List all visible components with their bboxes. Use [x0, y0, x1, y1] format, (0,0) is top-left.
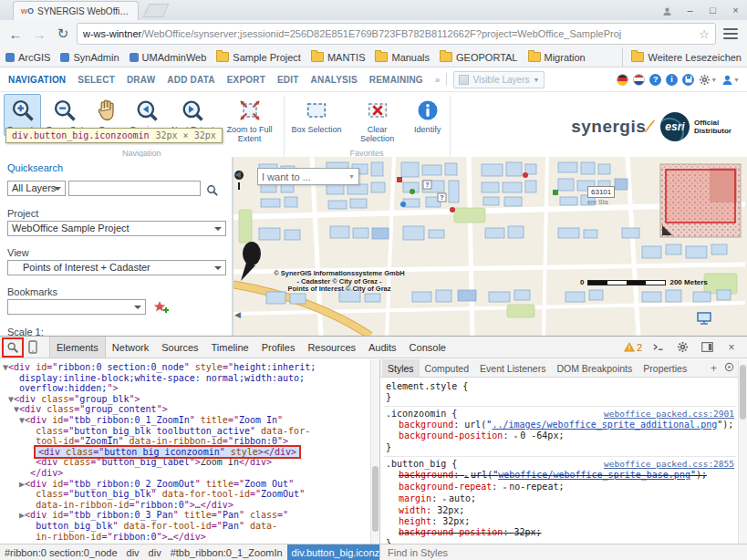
elements-scrollbar[interactable] — [370, 359, 379, 544]
ribbon-tab-analysis[interactable]: ANALYSIS — [311, 75, 358, 85]
devtools-tab-audits[interactable]: Audits — [362, 337, 403, 358]
css-rule[interactable]: element.style {} — [384, 379, 736, 407]
styles-tab-styles[interactable]: Styles — [382, 359, 420, 377]
ribbon-tab-remaining[interactable]: REMAINING — [369, 75, 423, 85]
dom-tree-line[interactable]: ▶<div id="tbb_ribbon:0_3_Pan" title="Pan… — [3, 510, 370, 521]
dom-tree-line[interactable]: class="button_big_blk" data-for-tool-id=… — [3, 489, 370, 500]
styles-scrollbar[interactable] — [738, 359, 747, 544]
devtools-tab-network[interactable]: Network — [106, 337, 155, 358]
box-selection-button[interactable]: Box Selection — [288, 94, 346, 136]
find-in-styles-input[interactable] — [386, 546, 732, 559]
css-url-link[interactable]: weboffice/weboffice_sprite_base.png — [498, 470, 690, 480]
device-mode-icon[interactable] — [24, 339, 42, 356]
styles-tab-computed[interactable]: Computed — [420, 359, 474, 377]
css-rule[interactable]: weboffice_packed.css:2855.button_big {ba… — [384, 457, 736, 544]
reload-button[interactable]: ↻ — [53, 26, 73, 42]
styles-tab-properties[interactable]: Properties — [638, 359, 692, 377]
screen-size-icon[interactable] — [697, 312, 711, 328]
devtools-tab-profiles[interactable]: Profiles — [255, 337, 302, 358]
toggle-element-state-icon[interactable] — [724, 362, 734, 375]
expander-icon[interactable]: ▸ — [514, 432, 518, 441]
bookmarks-select[interactable] — [7, 299, 146, 315]
css-property[interactable]: background-position: ▸0 -64px; — [386, 430, 734, 442]
styles-tab-dom-breakpoints[interactable]: DOM Breakpoints — [551, 359, 638, 377]
dom-tree-line[interactable]: </div> — [3, 468, 370, 479]
add-bookmark-icon[interactable] — [153, 300, 170, 315]
new-tab-button[interactable] — [143, 4, 170, 17]
map-canvas[interactable]: ? ? — [233, 157, 747, 336]
dom-tree-line[interactable]: <div class="button_big_label">Zoom In</d… — [3, 457, 370, 468]
project-select[interactable]: WebOffice Sample Project — [7, 221, 226, 236]
profile-icon[interactable] — [656, 0, 679, 20]
css-source-link[interactable]: weboffice_packed.css:2901 — [604, 409, 734, 420]
dom-tree-line[interactable]: ▼<div class="group_blk"> — [3, 394, 370, 405]
sidebar-collapse-arrow[interactable]: ◀ — [234, 170, 241, 179]
ribbon-tab-draw[interactable]: DRAW — [127, 75, 155, 85]
bookmark-star-icon[interactable]: ☆ — [699, 27, 710, 41]
breadcrumb-item[interactable]: div — [122, 544, 144, 560]
dom-tree-line[interactable]: data-in-ribbon-id="ribbon:0">…</div> — [3, 500, 370, 511]
inspect-element-icon[interactable] — [4, 339, 22, 356]
ribbon-tab-export[interactable]: EXPORT — [227, 75, 265, 85]
dom-tree-line[interactable]: ▼<div class="group_content"> — [3, 404, 370, 415]
i-want-to-search[interactable]: I want to ... ▼ — [257, 168, 359, 185]
dom-tree-line[interactable]: display:inline-block;white-space: normal… — [3, 373, 370, 384]
css-rule[interactable]: weboffice_packed.css:2901.iconzoomin {ba… — [384, 407, 736, 457]
breadcrumb-item[interactable]: #tbb_ribbon:0_1_ZoomIn — [166, 544, 287, 560]
info-icon[interactable]: i — [666, 74, 678, 86]
css-property[interactable]: width: 32px; — [386, 505, 734, 516]
console-warning-count[interactable]: 2 — [624, 342, 642, 353]
user-menu[interactable]: ▼ — [721, 74, 740, 86]
devtools-close-icon[interactable]: × — [722, 339, 741, 356]
bookmark-item[interactable]: UMAdminWeb — [130, 52, 207, 63]
expander-icon[interactable]: ▸ — [464, 472, 469, 480]
dom-tree-line[interactable]: tool-id="ZoomIn" data-in-ribbon-id="ribb… — [3, 436, 370, 447]
elements-tree-pane[interactable]: ▼<div id="ribbon:0 section:0_node" style… — [0, 359, 380, 544]
bookmark-item[interactable]: MANTIS — [311, 52, 366, 63]
dom-tree-line[interactable]: ▶<div id="tbb_ribbon:0_2_ZoomOut" title=… — [3, 479, 370, 490]
sidebar-collapse-arrow[interactable]: ◀ — [234, 310, 241, 319]
ribbon-tab-edit[interactable]: EDIT — [277, 75, 299, 85]
bookmark-item[interactable]: Manuals — [375, 52, 430, 63]
devtools-tab-timeline[interactable]: Timeline — [205, 337, 255, 358]
dom-tree-line[interactable]: in-ribbon-id="ribbon:0">…</div> — [3, 532, 370, 543]
ribbon-tab-navigation[interactable]: NAVIGATION — [8, 75, 66, 85]
zoom-full-extent-button[interactable]: Zoom to Full Extent — [220, 94, 280, 145]
back-button[interactable]: ← — [5, 26, 26, 42]
ribbon-tab-add-data[interactable]: ADD DATA — [167, 75, 214, 85]
css-property[interactable]: background: url("../images/weboffice_spr… — [386, 420, 734, 430]
dom-tree-line[interactable]: <div class="button_big iconzoomin" style… — [36, 447, 299, 458]
expander-icon[interactable]: ▸ — [503, 483, 507, 492]
bookmark-item[interactable]: GEOPORTAL — [440, 52, 517, 63]
dock-side-icon[interactable] — [698, 339, 716, 356]
close-button[interactable]: × — [724, 0, 747, 20]
dom-tree-line[interactable]: ▼<div id="ribbon:0 section:0_node" style… — [3, 362, 370, 373]
ribbon-overflow-icon[interactable]: » — [435, 75, 441, 85]
visible-layers-dropdown[interactable]: Visible Layers ▼ — [453, 71, 545, 88]
bookmark-item[interactable]: Migration — [528, 52, 586, 63]
settings-menu[interactable]: ▼ — [699, 74, 717, 86]
console-drawer-icon[interactable] — [648, 339, 667, 356]
breadcrumb-item[interactable]: #ribbon:0 section:0_node — [0, 544, 122, 560]
css-property[interactable]: background-position: 32px; — [386, 527, 734, 538]
devtools-tab-console[interactable]: Console — [403, 337, 452, 358]
css-property[interactable]: background: ▸url("weboffice/weboffice_sp… — [386, 470, 734, 482]
other-bookmarks[interactable]: Weitere Lesezeichen — [622, 47, 742, 67]
minimize-button[interactable]: – — [679, 0, 701, 20]
forward-button[interactable]: → — [29, 26, 49, 42]
language-flag-nl-icon[interactable] — [633, 74, 645, 86]
help-icon[interactable]: ? — [649, 74, 661, 86]
clear-selection-button[interactable]: Clear Selection — [348, 94, 408, 145]
dom-tree-line[interactable]: button_big_blk" data-for-tool-id="Pan" d… — [3, 521, 370, 532]
save-icon[interactable] — [682, 74, 694, 86]
css-property[interactable]: height: 32px; — [386, 516, 734, 527]
dom-tree-line[interactable]: ▼<div id="tbb_ribbon:0_1_ZoomIn" title="… — [3, 415, 370, 426]
maximize-button[interactable]: □ — [701, 0, 724, 20]
ribbon-tab-select[interactable]: SELECT — [78, 75, 115, 85]
css-property[interactable]: margin: ▸auto; — [386, 493, 734, 505]
styles-tab-event-listeners[interactable]: Event Listeners — [474, 359, 551, 377]
view-select[interactable]: Points of Interest + Cadaster — [7, 260, 226, 275]
breadcrumb-item[interactable]: div — [144, 544, 166, 560]
expander-icon[interactable]: ▸ — [442, 495, 447, 503]
bookmark-item[interactable]: ArcGIS — [5, 52, 50, 63]
